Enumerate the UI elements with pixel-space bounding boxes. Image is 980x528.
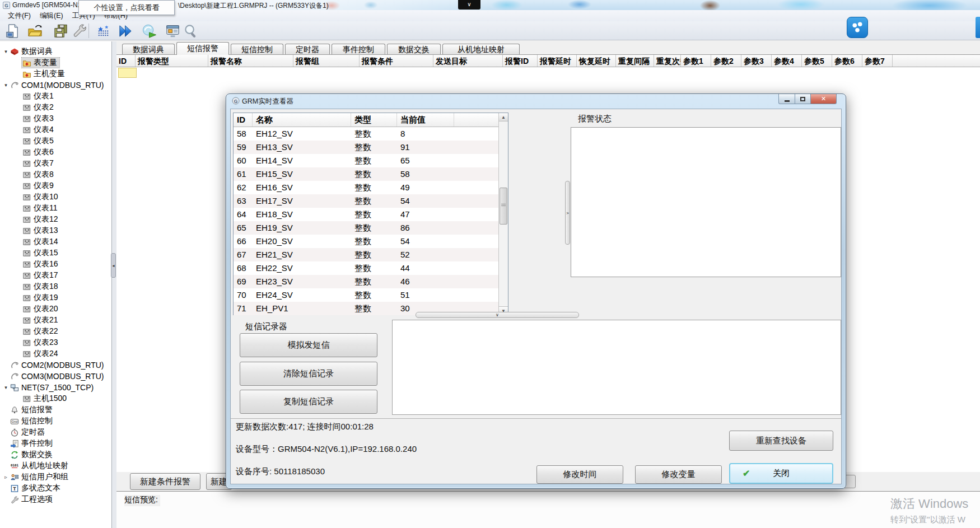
close-window-button[interactable]: ✕ [811,94,837,104]
alarm-column-header[interactable]: 报警条件 [360,55,433,67]
minimize-button[interactable] [778,94,795,104]
variable-column-header[interactable]: ID [234,113,253,127]
sidebar-item[interactable]: 数据交换 [0,449,111,460]
sidebar-item[interactable]: ▾ COM1(MODBUS_RTU) [0,80,111,91]
sidebar-item[interactable]: 仪表22 [0,326,111,337]
horizontal-collapse-bar[interactable]: ∨ [416,312,579,318]
variable-row[interactable]: 70EH24_SV整数51 [234,288,508,302]
variable-row[interactable]: 67EH21_SV整数52 [234,248,508,261]
alarm-column-header[interactable]: 恢复延时 [577,55,616,67]
alarm-column-header[interactable]: 报警组 [293,55,360,67]
sidebar-item[interactable]: 仪表7 [0,158,111,169]
sidebar-item[interactable]: 仪表17 [0,270,111,281]
sidebar-item[interactable]: 0101 从机地址映射 [0,460,111,471]
sidebar-item[interactable]: ▹ 短信用户和组 [0,471,111,483]
new-condition-alarm-button[interactable]: 新建条件报警 [130,473,200,490]
sidebar-item[interactable]: 仪表14 [0,236,111,247]
variable-row[interactable]: 69EH23_SV整数46 [234,275,508,288]
sidebar-item[interactable]: 仪表21 [0,315,111,326]
alarm-column-header[interactable]: 参数5 [802,55,832,67]
alarm-column-header[interactable]: ID [116,55,136,67]
personalize-tooltip[interactable]: 个性设置，点我看看 [78,0,175,15]
variable-row[interactable]: 59EH13_SV整数91 [234,141,508,154]
expand-arrow-icon[interactable]: ▹ [2,474,10,480]
sidebar-item[interactable]: 短信报警 [0,404,111,415]
clear-sms-record-button[interactable]: 清除短信记录 [240,362,377,386]
sidebar-item[interactable]: 仪表5 [0,135,111,147]
variable-table[interactable]: ID名称类型当前值 58EH12_SV整数859EH13_SV整数9160EH1… [233,113,508,315]
alarm-column-header[interactable]: 参数6 [832,55,862,67]
sidebar-splitter[interactable] [112,41,116,528]
alarm-column-header[interactable]: 参数3 [741,55,772,67]
sidebar-item[interactable]: 仪表10 [0,191,111,203]
sidebar-item[interactable]: T 多状态文本 [0,483,111,494]
sidebar-item[interactable]: 仪表4 [0,124,111,135]
download-device-icon[interactable] [94,23,112,39]
variable-table-scrollbar[interactable]: ▲ ▼ [498,113,508,315]
variable-row[interactable]: 66EH20_SV整数54 [234,235,508,248]
variable-row[interactable]: 61EH15_SV整数58 [234,167,508,181]
tab[interactable]: 事件控制 [332,44,385,55]
remote-monitor-icon[interactable] [164,23,181,39]
sidebar-item[interactable]: 仪表6 [0,147,111,158]
sidebar-item[interactable]: 仪表15 [0,247,111,259]
sidebar-collapse-handle[interactable]: ◂ [111,253,116,278]
alarm-column-header[interactable]: 报警名称 [208,55,293,67]
sidebar-item[interactable]: 仪表23 [0,337,111,348]
variable-row[interactable]: 63EH17_SV整数54 [234,194,508,208]
sidebar-item[interactable]: 仪表12 [0,214,111,225]
variable-row[interactable]: 64EH18_SV整数47 [234,208,508,221]
save-icon[interactable] [52,23,69,39]
sidebar-item[interactable]: Cmd 短信控制 [0,415,111,427]
selected-cell[interactable] [118,68,137,78]
sidebar-item[interactable]: COM2(MODBUS_RTU) [0,359,111,371]
tab[interactable]: 短信控制 [231,44,283,55]
variable-column-header[interactable]: 名称 [253,113,351,127]
menu-item[interactable]: 编辑(E) [35,10,68,22]
alarm-column-header[interactable]: 重复间隔 [616,55,654,67]
alarm-column-header[interactable]: 参数7 [862,55,893,67]
modify-variable-button[interactable]: 修改变量 [635,465,722,484]
variable-row[interactable]: 68EH22_SV整数44 [234,261,508,275]
sidebar-item[interactable]: 仪表1 [0,91,111,102]
alarm-column-header[interactable]: 参数1 [681,55,711,67]
tab[interactable]: 定时器 [285,44,330,55]
maximize-button[interactable] [795,94,811,104]
sidebar-item[interactable]: 仪表24 [0,348,111,359]
sidebar-item[interactable]: 主机变量 [0,68,111,80]
sidebar-item[interactable]: 表变量 [0,57,111,68]
sync-upload-icon[interactable] [140,23,158,39]
open-project-icon[interactable] [26,23,44,39]
variable-column-header[interactable]: 类型 [351,113,397,127]
run-icon[interactable] [116,23,134,39]
alarm-column-header[interactable]: 参数4 [772,55,802,67]
sidebar-item[interactable]: 仪表19 [0,292,111,303]
screen-capture-icon[interactable] [847,17,868,38]
sidebar-item[interactable]: 仪表13 [0,225,111,236]
tab[interactable]: 短信报警 [176,42,229,55]
recorder-chevron-overlay[interactable]: ∨ [458,0,480,10]
variable-column-header[interactable]: 当前值 [397,113,454,127]
alarm-column-header[interactable]: 报警延时 [538,55,577,67]
alarm-column-header[interactable]: 重复次数 [654,55,681,67]
tools-icon[interactable] [71,23,88,39]
sidebar-item[interactable]: 工程选项 [0,494,111,505]
alarm-column-header[interactable]: 发送目标 [433,55,503,67]
variable-row[interactable]: 65EH19_SV整数86 [234,221,508,235]
alarm-column-header[interactable]: 报警类型 [136,55,208,67]
sidebar-item[interactable]: 仪表9 [0,180,111,191]
collapse-arrow-icon[interactable]: ▾ [2,385,10,390]
sidebar-item[interactable]: 仪表2 [0,102,111,113]
scroll-up-icon[interactable]: ▲ [499,113,508,122]
simulate-send-sms-button[interactable]: 模拟发短信 [240,333,377,357]
sidebar-item[interactable]: 定时器 [0,427,111,438]
sidebar-item[interactable]: 主机1500 [0,393,111,404]
sidebar-item[interactable]: 事件控制 [0,438,111,449]
sidebar-item[interactable]: 仪表11 [0,203,111,214]
sidebar-item[interactable]: 仪表3 [0,113,111,124]
sidebar-item[interactable]: 仪表18 [0,281,111,292]
refind-device-button[interactable]: 重新查找设备 [729,431,833,451]
variable-row[interactable]: 60EH14_SV整数65 [234,154,508,167]
sidebar-item[interactable]: 仪表8 [0,169,111,180]
tab[interactable]: 数据词典 [122,44,175,55]
